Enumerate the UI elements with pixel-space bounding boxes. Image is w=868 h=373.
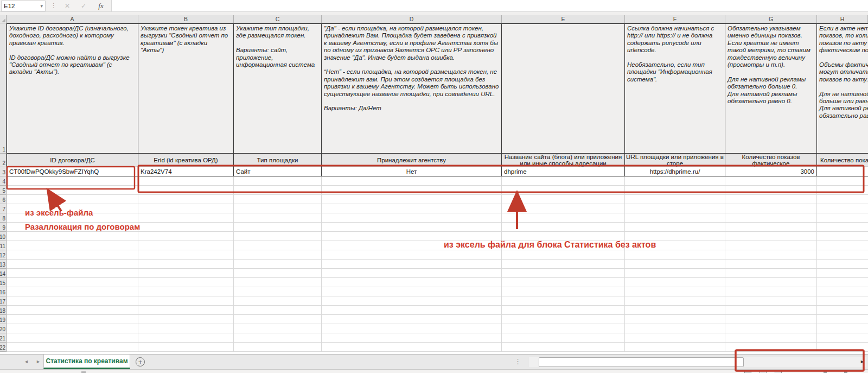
cell-H2[interactable]: Количество показов по акту bbox=[817, 154, 868, 167]
formula-input[interactable] bbox=[111, 0, 868, 11]
sheet-nav-prev-icon[interactable]: ◄ bbox=[24, 359, 29, 364]
cell-G3[interactable]: 3000 bbox=[725, 167, 817, 176]
row-header[interactable]: 22 bbox=[0, 343, 7, 352]
sheet-tab-bar: ◄ ► Статистика по креативам + ⋮ ◄ ► bbox=[0, 354, 868, 369]
column-header-b[interactable]: B bbox=[138, 15, 234, 23]
row-header[interactable]: 17 bbox=[0, 296, 7, 306]
row-header[interactable]: 8 bbox=[0, 213, 7, 223]
cell-E2[interactable]: Название сайта (блога) или приложения ил… bbox=[502, 154, 625, 167]
view-page-break-button[interactable] bbox=[775, 371, 782, 373]
cell-A3[interactable]: CT00fDwPQOkky9SbwFZIYqhQ bbox=[7, 167, 138, 176]
sheet-nav-next-icon[interactable]: ► bbox=[36, 359, 41, 364]
cell-C2[interactable]: Тип площадки bbox=[234, 154, 322, 167]
excel-window: E12 ▾ ⋮ ✕ ✓ fx A B C D E F G H 1 2 3 4 5… bbox=[0, 0, 868, 373]
name-box-dropdown-icon[interactable]: ▾ bbox=[40, 3, 43, 9]
row-header[interactable]: 21 bbox=[0, 333, 7, 343]
select-all-corner[interactable] bbox=[0, 15, 7, 23]
cell-H1[interactable]: Если в акте нет единиц показов, то колич… bbox=[817, 23, 868, 154]
row-header[interactable]: 7 bbox=[0, 204, 7, 213]
row-header[interactable]: 4 bbox=[0, 176, 7, 186]
column-header-d[interactable]: D bbox=[322, 15, 502, 23]
row-header[interactable]: 18 bbox=[0, 306, 7, 315]
column-header-c[interactable]: C bbox=[234, 15, 322, 23]
column-header-a[interactable]: A bbox=[7, 15, 138, 23]
cell-G2[interactable]: Количество показов фактическое bbox=[725, 154, 817, 167]
cell-B2[interactable]: Erid (id креатива ОРД) bbox=[138, 154, 234, 167]
cell-F3[interactable]: https://dhprime.ru/ bbox=[625, 167, 725, 176]
row-header[interactable]: 10 bbox=[0, 232, 7, 241]
name-box-value: E12 bbox=[4, 3, 40, 9]
cell-D2[interactable]: Принадлежит агентству bbox=[322, 154, 502, 167]
formula-bar: E12 ▾ ⋮ ✕ ✓ fx bbox=[0, 0, 868, 12]
row-header[interactable]: 19 bbox=[0, 315, 7, 324]
row-header[interactable]: 6 bbox=[0, 195, 7, 204]
select-all-triangle-icon bbox=[2, 18, 5, 22]
cell-F1[interactable]: Ссылка должна начинаться с http:// или h… bbox=[625, 23, 725, 154]
cell-B1[interactable]: Укажите токен креатива из выгрузки "Свод… bbox=[138, 23, 234, 154]
gridline bbox=[501, 176, 502, 352]
cell-E1[interactable] bbox=[502, 23, 625, 154]
cell-F2[interactable]: URL площадки или приложения в сторе bbox=[625, 154, 725, 167]
confirm-entry-icon[interactable]: ✓ bbox=[77, 0, 90, 12]
status-bar bbox=[0, 369, 868, 373]
cell-C3[interactable]: Сайт bbox=[234, 167, 322, 176]
row-header[interactable]: 12 bbox=[0, 250, 7, 260]
gridline bbox=[321, 176, 322, 352]
add-sheet-button[interactable]: + bbox=[136, 357, 145, 366]
row-header[interactable]: 11 bbox=[0, 241, 7, 250]
cell-A1[interactable]: Укажите ID договора/ДС (изначального, до… bbox=[7, 23, 138, 154]
cell-G1[interactable]: Обязательно указываем именно единицы пок… bbox=[725, 23, 817, 154]
cell-C1[interactable]: Укажите тип площадки, где размещался ток… bbox=[234, 23, 322, 154]
cancel-entry-icon[interactable]: ✕ bbox=[61, 0, 74, 12]
cell-E3[interactable]: dhprime bbox=[502, 167, 625, 176]
column-header-h[interactable]: H bbox=[817, 15, 868, 23]
formula-bar-grip-icon: ⋮ bbox=[50, 2, 56, 9]
gridlines-horizontal bbox=[7, 176, 868, 352]
annotation-note-center: из эксель файла для блока Статистика без… bbox=[444, 240, 656, 250]
column-header-f[interactable]: F bbox=[625, 15, 725, 23]
annotation-note-left: из эксель-файла Разаллокация по договора… bbox=[25, 206, 140, 234]
row-header[interactable]: 20 bbox=[0, 324, 7, 333]
horizontal-scrollbar-thumb[interactable] bbox=[539, 357, 744, 367]
gridline bbox=[725, 176, 725, 352]
sheet-tab-statistika-po-kreativam[interactable]: Статистика по креативам bbox=[43, 355, 130, 369]
cell-D3[interactable]: Нет bbox=[322, 167, 502, 176]
cell-D1[interactable]: "Да" - если площадка, на которой размеща… bbox=[322, 23, 502, 154]
gridline bbox=[816, 176, 817, 352]
column-header-g[interactable]: G bbox=[725, 15, 817, 23]
name-box[interactable]: E12 ▾ bbox=[1, 1, 46, 11]
row-header[interactable]: 2 bbox=[0, 154, 7, 167]
row-header[interactable]: 16 bbox=[0, 287, 7, 296]
row-header[interactable]: 15 bbox=[0, 278, 7, 287]
row-header[interactable]: 9 bbox=[0, 223, 7, 232]
row-header[interactable]: 1 bbox=[0, 23, 7, 154]
gridline bbox=[624, 176, 625, 352]
row-header[interactable]: 3 bbox=[0, 167, 7, 176]
view-normal-button[interactable] bbox=[744, 371, 751, 373]
insert-function-icon[interactable]: fx bbox=[94, 0, 107, 12]
gridline bbox=[233, 176, 234, 352]
row-header[interactable]: 13 bbox=[0, 260, 7, 269]
row-header[interactable]: 5 bbox=[0, 186, 7, 195]
gridline bbox=[138, 176, 138, 352]
scrollbar-grip-icon[interactable]: ⋮ bbox=[514, 357, 521, 365]
cell-A2[interactable]: ID договора/ДС bbox=[7, 154, 138, 167]
column-header-e[interactable]: E bbox=[502, 15, 625, 23]
cell-H3[interactable] bbox=[817, 167, 868, 176]
view-page-layout-button[interactable] bbox=[760, 371, 767, 373]
cell-B3[interactable]: Kra242V74 bbox=[138, 167, 234, 176]
scroll-right-icon[interactable]: ► bbox=[860, 359, 865, 364]
row-header[interactable]: 14 bbox=[0, 269, 7, 278]
